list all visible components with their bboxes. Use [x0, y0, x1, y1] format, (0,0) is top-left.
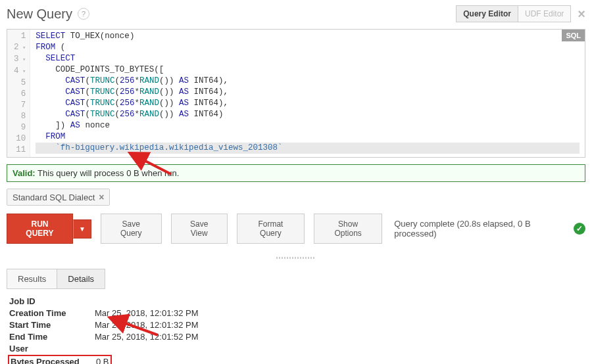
save-query-button[interactable]: Save Query	[101, 214, 162, 244]
valid-label: Valid:	[12, 168, 36, 178]
tab-details[interactable]: Details	[57, 269, 105, 289]
label-user: User	[9, 343, 95, 355]
page-title: New Query	[7, 7, 72, 22]
sql-badge: SQL	[562, 30, 585, 41]
details-panel: Job ID Creation TimeMar 25, 2018, 12:01:…	[9, 296, 583, 364]
value-creation-time: Mar 25, 2018, 12:01:32 PM	[95, 307, 199, 319]
resize-handle[interactable]	[7, 256, 585, 260]
valid-message: This query will process 0 B when run.	[37, 168, 179, 178]
format-query-button[interactable]: Format Query	[237, 214, 305, 244]
chip-label: Standard SQL Dialect	[12, 193, 95, 202]
help-icon[interactable]: ?	[78, 8, 89, 20]
label-job-id: Job ID	[9, 296, 95, 307]
run-query-dropdown[interactable]: ▼	[73, 219, 91, 239]
label-end-time: End Time	[9, 331, 95, 343]
sql-editor[interactable]: SQL 1234567891011 SELECT TO_HEX(nonce) F…	[7, 29, 585, 158]
label-creation-time: Creation Time	[9, 307, 95, 319]
value-start-time: Mar 25, 2018, 12:01:32 PM	[95, 319, 199, 331]
code-area[interactable]: SELECT TO_HEX(nonce) FROM ( SELECT CODE_…	[30, 30, 585, 157]
value-end-time: Mar 25, 2018, 12:01:52 PM	[95, 331, 199, 343]
success-check-icon: ✓	[574, 223, 585, 235]
tab-results[interactable]: Results	[7, 269, 57, 289]
run-query-button[interactable]: RUN QUERY	[7, 214, 73, 244]
validation-bar: Valid: This query will process 0 B when …	[7, 164, 585, 182]
udf-editor-tab[interactable]: UDF Editor	[518, 5, 571, 22]
line-gutter: 1234567891011	[7, 30, 30, 157]
close-icon[interactable]: ×	[578, 7, 585, 22]
label-bytes-processed: Bytes Processed	[11, 356, 96, 364]
show-options-button[interactable]: Show Options	[314, 214, 382, 244]
save-view-button[interactable]: Save View	[171, 214, 228, 244]
query-editor-tab[interactable]: Query Editor	[456, 5, 518, 22]
sql-dialect-chip[interactable]: Standard SQL Dialect ×	[7, 189, 110, 206]
label-start-time: Start Time	[9, 319, 95, 331]
chip-close-icon[interactable]: ×	[99, 192, 104, 202]
query-status: Query complete (20.8s elapsed, 0 B proce…	[394, 219, 574, 239]
value-bytes-processed: 0 B	[96, 356, 109, 364]
